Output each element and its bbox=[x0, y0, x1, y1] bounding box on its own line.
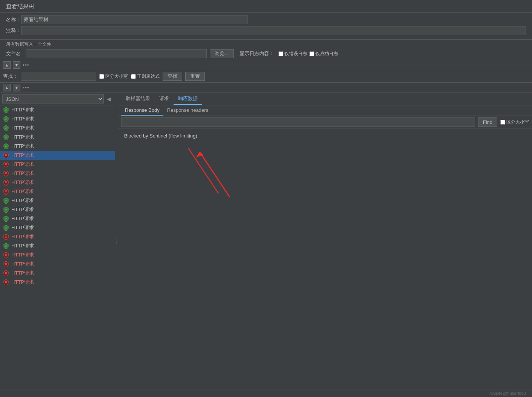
response-body-area: Blocked by Sentinel (flow limiting) bbox=[118, 128, 532, 389]
shield-success-icon bbox=[3, 198, 9, 204]
request-item-label: HTTP请求 bbox=[11, 197, 34, 204]
request-item[interactable]: HTTP请求 bbox=[0, 105, 115, 114]
find-case-sensitive-label: 区分大小写 bbox=[506, 119, 529, 125]
shield-error-icon: ✕ bbox=[3, 152, 9, 158]
response-text: Blocked by Sentinel (flow limiting) bbox=[124, 133, 197, 139]
case-sensitive-label: 区分大小写 bbox=[105, 73, 128, 80]
down-arrow-button[interactable]: ▼ bbox=[13, 61, 20, 69]
find-row: Find 区分大小写 bbox=[118, 116, 532, 128]
sub-tab-response-headers[interactable]: Response headers bbox=[163, 105, 212, 116]
file-section-title: 所有数据写入一个文件 bbox=[6, 41, 526, 48]
request-item[interactable]: HTTP请求 bbox=[0, 223, 115, 232]
request-item[interactable]: ✕ HTTP请求 bbox=[0, 187, 115, 196]
shield-error-icon: ✕ bbox=[3, 161, 9, 167]
error-log-checkbox[interactable] bbox=[278, 51, 283, 56]
request-item-label: HTTP请求 bbox=[11, 116, 34, 122]
shield-success-icon bbox=[3, 216, 9, 222]
case-sensitive-checkbox[interactable] bbox=[99, 74, 104, 79]
request-item[interactable]: HTTP请求 bbox=[0, 133, 115, 142]
comment-label: 注释： bbox=[6, 27, 21, 34]
error-log-checkbox-group: 仅错误日志 bbox=[278, 51, 307, 57]
shield-success-icon bbox=[3, 125, 9, 131]
request-item[interactable]: HTTP请求 bbox=[0, 114, 115, 124]
request-item[interactable]: HTTP请求 bbox=[0, 196, 115, 205]
request-item[interactable]: HTTP请求 bbox=[0, 241, 115, 250]
request-item-label: HTTP请求 bbox=[11, 224, 34, 231]
format-dropdown[interactable]: JSON Text RegExp Tester CSS/JQuery Teste… bbox=[2, 94, 104, 103]
shield-error-icon: ✕ bbox=[3, 170, 9, 176]
shield-success-icon bbox=[3, 116, 9, 122]
shield-error-icon: ✕ bbox=[3, 261, 9, 267]
svg-text:✕: ✕ bbox=[5, 190, 8, 193]
name-input[interactable] bbox=[21, 15, 248, 24]
right-panel: 取样器结果 请求 响应数据 Response Body Response hea… bbox=[118, 93, 532, 389]
shield-success-icon bbox=[3, 134, 9, 140]
shield-error-icon: ✕ bbox=[3, 188, 9, 195]
main-content: JSON Text RegExp Tester CSS/JQuery Teste… bbox=[0, 93, 532, 389]
up-arrow-button[interactable]: ▲ bbox=[3, 61, 11, 69]
find-input[interactable] bbox=[121, 117, 475, 127]
request-item[interactable]: HTTP请求 bbox=[0, 124, 115, 133]
case-sensitive-group: 区分大小写 bbox=[99, 73, 128, 80]
find-case-sensitive-checkbox[interactable] bbox=[500, 120, 505, 125]
request-item-label: HTTP请求 bbox=[11, 188, 34, 195]
request-item-label: HTTP请求 bbox=[11, 279, 34, 286]
tab-sampler-results[interactable]: 取样器结果 bbox=[121, 93, 155, 105]
panel-resize-handle[interactable]: ⋮ bbox=[115, 93, 118, 389]
tab-response-data[interactable]: 响应数据 bbox=[174, 93, 202, 105]
search-row: 查找： 区分大小写 正则表达式 查找 重置 bbox=[0, 70, 532, 83]
request-item[interactable]: HTTP请求 bbox=[0, 205, 115, 214]
request-item[interactable]: ✕ HTTP请求 bbox=[0, 278, 115, 287]
file-input[interactable] bbox=[26, 49, 207, 58]
find-btn[interactable]: Find bbox=[478, 117, 497, 127]
request-item[interactable]: ✕ HTTP请求 bbox=[0, 169, 115, 178]
main-tabs: 取样器结果 请求 响应数据 bbox=[118, 93, 532, 105]
annotation-container: Blocked by Sentinel (flow limiting) bbox=[124, 133, 526, 209]
watermark: CSDN @hubertbb3 bbox=[490, 391, 526, 395]
file-label: 文件名 bbox=[6, 50, 23, 57]
request-item[interactable]: ✕ HTTP请求 bbox=[0, 250, 115, 260]
svg-text:✕: ✕ bbox=[5, 153, 8, 157]
reset-button[interactable]: 重置 bbox=[185, 72, 205, 81]
file-row: 文件名 浏览... 显示日志内容： 仅错误日志 仅成功日志 bbox=[6, 49, 526, 58]
request-item-label: HTTP请求 bbox=[11, 134, 34, 141]
more-menu-dots-2[interactable]: ••• bbox=[23, 85, 29, 91]
more-menu-dots[interactable]: ••• bbox=[23, 62, 29, 68]
find-button[interactable]: 查找 bbox=[163, 72, 182, 81]
regex-checkbox[interactable] bbox=[131, 74, 136, 79]
name-label: 名称： bbox=[6, 16, 21, 23]
shield-error-icon: ✕ bbox=[3, 234, 9, 240]
request-item[interactable]: ✕ HTTP请求 bbox=[0, 232, 115, 241]
svg-text:✕: ✕ bbox=[5, 262, 8, 266]
success-log-checkbox[interactable] bbox=[309, 51, 314, 56]
request-item[interactable]: ✕ HTTP请求 bbox=[0, 151, 115, 160]
request-item[interactable]: ✕ HTTP请求 bbox=[0, 269, 115, 278]
down-arrow-button-2[interactable]: ▼ bbox=[13, 84, 20, 91]
request-item[interactable]: HTTP请求 bbox=[0, 214, 115, 223]
toggle-panel-button[interactable]: ◀ bbox=[105, 95, 112, 103]
name-row: 名称： bbox=[6, 15, 526, 24]
comment-input[interactable] bbox=[21, 26, 526, 35]
sub-tab-response-body[interactable]: Response Body bbox=[121, 105, 163, 116]
file-section: 所有数据写入一个文件 文件名 浏览... 显示日志内容： 仅错误日志 仅成功日志 bbox=[0, 40, 532, 60]
search-input[interactable] bbox=[21, 72, 96, 81]
title-bar: 查看结果树 bbox=[0, 0, 532, 13]
request-item[interactable]: ✕ HTTP请求 bbox=[0, 160, 115, 169]
up-arrow-button-2[interactable]: ▲ bbox=[3, 84, 11, 91]
regex-group: 正则表达式 bbox=[131, 73, 160, 80]
shield-success-icon bbox=[3, 225, 9, 231]
toolbar-row-2: ▲ ▼ ••• bbox=[0, 83, 532, 93]
request-item[interactable]: ✕ HTTP请求 bbox=[0, 260, 115, 269]
request-item[interactable]: HTTP请求 bbox=[0, 142, 115, 151]
browse-button[interactable]: 浏览... bbox=[210, 49, 234, 58]
request-list: HTTP请求 HTTP请求 HTTP请求 HTTP请求 HTTP请求 ✕ HTT… bbox=[0, 105, 115, 389]
log-content-label: 显示日志内容： bbox=[240, 50, 274, 57]
comment-row: 注释： bbox=[6, 26, 526, 35]
request-item[interactable]: ✕ HTTP请求 bbox=[0, 178, 115, 187]
form-area: 名称： 注释： bbox=[0, 13, 532, 40]
svg-text:✕: ✕ bbox=[5, 253, 8, 257]
shield-error-icon: ✕ bbox=[3, 270, 9, 276]
request-item-label: HTTP请求 bbox=[11, 215, 34, 222]
left-panel: JSON Text RegExp Tester CSS/JQuery Teste… bbox=[0, 93, 115, 389]
tab-request[interactable]: 请求 bbox=[155, 93, 174, 105]
